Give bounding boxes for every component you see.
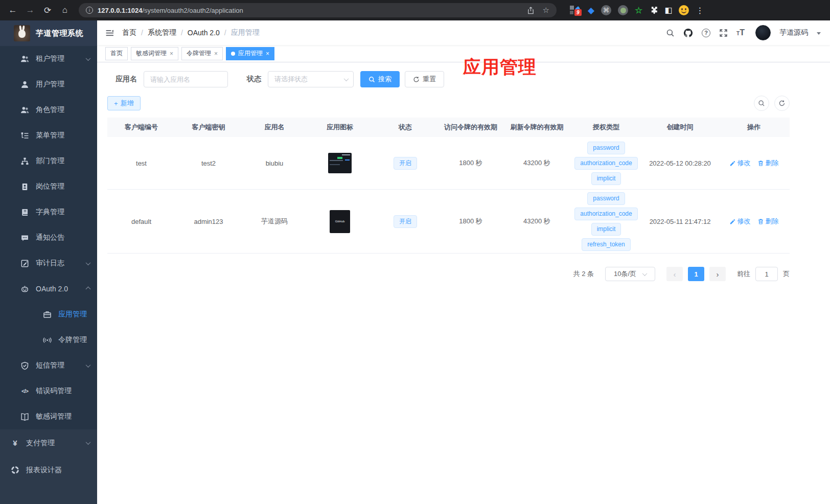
recorder-extension-icon[interactable]: [618, 5, 628, 15]
sidebar-item-role[interactable]: 角色管理: [0, 97, 97, 123]
sidebar-item-menu[interactable]: 菜单管理: [0, 123, 97, 148]
extension-badge: 9: [574, 9, 582, 16]
tab-token[interactable]: 令牌管理 ×: [181, 47, 223, 60]
theme-toggle-icon[interactable]: ◧: [664, 6, 672, 14]
browser-forward-button[interactable]: →: [22, 3, 38, 18]
top-navbar: 首页 / 系统管理 / OAuth 2.0 / 应用管理 ? TT 芋道源码: [97, 20, 830, 45]
sidebar-item-oauth2-token[interactable]: 令牌管理: [0, 327, 97, 353]
red-annotation-label: 应用管理: [463, 55, 537, 79]
table-row: default admin123 芋道源码 GitHub 开启 1800 秒 4…: [107, 190, 790, 254]
header-search-icon[interactable]: [666, 29, 675, 37]
page-number-button[interactable]: 1: [688, 267, 704, 281]
sidebar-item-sms[interactable]: 短信管理: [0, 353, 97, 378]
grant-tag: password: [587, 142, 625, 154]
app-icon-thumbnail: GitHub: [330, 210, 350, 233]
github-icon[interactable]: [683, 28, 693, 38]
tab-sensitive-word[interactable]: 敏感词管理 ×: [131, 47, 178, 60]
sidebar-item-audit-log[interactable]: 审计日志: [0, 250, 97, 276]
grant-tag: implicit: [591, 172, 621, 185]
sidebar-item-sensitive-word[interactable]: 敏感词管理: [0, 404, 97, 429]
browser-extensions: ◆ 9 ◆ ⌘ ☆ ◧ ⋮: [570, 5, 704, 16]
reset-button[interactable]: 重置: [405, 71, 444, 87]
toggle-search-button[interactable]: [754, 96, 769, 111]
grant-tag: password: [587, 192, 625, 205]
browser-reload-button[interactable]: ⟳: [40, 3, 55, 18]
sidebar-item-pay[interactable]: ¥ 支付管理: [0, 429, 97, 456]
robot-icon: [20, 285, 29, 293]
trash-icon: [757, 160, 764, 167]
refresh-button[interactable]: [774, 96, 790, 111]
chevron-down-icon: [86, 440, 91, 445]
breadcrumb-system[interactable]: 系统管理: [148, 28, 176, 37]
font-size-icon[interactable]: TT: [736, 28, 745, 37]
app-icon-thumbnail: [328, 153, 352, 173]
page-size-select[interactable]: 10条/页: [605, 267, 655, 281]
close-icon[interactable]: ×: [170, 50, 173, 57]
sidebar-item-post[interactable]: 岗位管理: [0, 174, 97, 199]
chevron-down-icon: [86, 56, 91, 61]
avatar[interactable]: [755, 25, 771, 40]
code-icon: </>: [20, 387, 29, 396]
badge-icon: [20, 182, 29, 191]
goto-label: 前往: [737, 269, 750, 279]
app-logo[interactable]: 芋道管理系统: [0, 20, 97, 46]
gem-extension-icon[interactable]: ◆: [588, 6, 594, 15]
emoji-extension-icon[interactable]: [679, 5, 689, 15]
sidebar: 芋道管理系统 租户管理 用户管理 角色管理 菜单管理 部门管理: [0, 20, 97, 504]
delete-button[interactable]: 删除: [757, 158, 779, 168]
extensions-puzzle-icon[interactable]: [649, 6, 658, 15]
address-bar[interactable]: i 127.0.0.1:1024/system/oauth2/oauth2/ap…: [79, 3, 557, 17]
goto-suffix: 页: [783, 269, 790, 279]
browser-back-button[interactable]: ←: [5, 3, 20, 18]
sidebar-item-dict[interactable]: 字典管理: [0, 199, 97, 225]
chevron-up-icon: [86, 286, 91, 291]
edit-button[interactable]: 修改: [729, 158, 751, 168]
applications-table: 客户端编号 客户端密钥 应用名 应用图标 状态 访问令牌的有效期 刷新令牌的有效…: [107, 118, 790, 254]
site-info-icon[interactable]: i: [86, 7, 93, 14]
sidebar-item-dept[interactable]: 部门管理: [0, 148, 97, 174]
share-icon[interactable]: [527, 7, 535, 14]
sidebar-item-error-code[interactable]: </> 错误码管理: [0, 378, 97, 404]
app-name-input[interactable]: [144, 71, 228, 87]
breadcrumb-home[interactable]: 首页: [122, 28, 136, 37]
sidebar-item-tenant[interactable]: 租户管理: [0, 46, 97, 72]
sidebar-collapse-icon[interactable]: [105, 29, 114, 37]
fullscreen-icon[interactable]: [719, 29, 728, 37]
search-button[interactable]: 搜索: [360, 71, 400, 87]
browser-home-button[interactable]: ⌂: [57, 3, 73, 18]
breadcrumb: 首页 / 系统管理 / OAuth 2.0 / 应用管理: [122, 28, 260, 37]
sidebar-item-oauth2-application[interactable]: 应用管理: [0, 302, 97, 327]
grant-tag: implicit: [591, 223, 621, 236]
close-icon[interactable]: ×: [214, 50, 218, 57]
browser-chrome: ← → ⟳ ⌂ i 127.0.0.1:1024/system/oauth2/o…: [0, 0, 830, 20]
grant-tag: refresh_token: [582, 238, 630, 251]
tab-application[interactable]: 应用管理 ×: [226, 47, 274, 60]
sidebar-item-notice[interactable]: 通知公告: [0, 225, 97, 250]
sidebar-item-user[interactable]: 用户管理: [0, 72, 97, 97]
sidebar-item-oauth2[interactable]: OAuth 2.0: [0, 276, 97, 302]
bookmark-star-icon[interactable]: ☆: [543, 6, 549, 15]
yen-icon: ¥: [11, 439, 19, 447]
help-icon[interactable]: ?: [702, 29, 710, 37]
close-icon[interactable]: ×: [266, 50, 269, 57]
total-count: 共 2 条: [573, 269, 594, 279]
star-extension-icon[interactable]: ☆: [635, 6, 642, 15]
edit-button[interactable]: 修改: [729, 217, 751, 226]
chevron-down-icon[interactable]: [817, 32, 821, 35]
sidebar-item-report-designer[interactable]: 报表设计器: [0, 456, 97, 484]
table-toolbar: + 新增: [107, 96, 790, 111]
delete-button[interactable]: 删除: [757, 217, 779, 226]
breadcrumb-oauth[interactable]: OAuth 2.0: [188, 29, 220, 37]
username: 芋道源码: [779, 28, 808, 37]
tab-home[interactable]: 首页: [105, 47, 128, 60]
pagination: 共 2 条 10条/页 ‹ 1 › 前往 页: [107, 267, 790, 281]
prev-page-button[interactable]: ‹: [666, 267, 683, 281]
add-button[interactable]: + 新增: [107, 96, 141, 110]
browser-menu-icon[interactable]: ⋮: [696, 6, 704, 15]
tab-manager-extension-icon[interactable]: ◆ 9: [570, 5, 581, 16]
next-page-button[interactable]: ›: [709, 267, 726, 281]
goto-page-input[interactable]: [755, 267, 778, 281]
roles-icon: [20, 106, 29, 114]
command-extension-icon[interactable]: ⌘: [601, 5, 611, 15]
status-select[interactable]: 请选择状态: [268, 71, 354, 87]
